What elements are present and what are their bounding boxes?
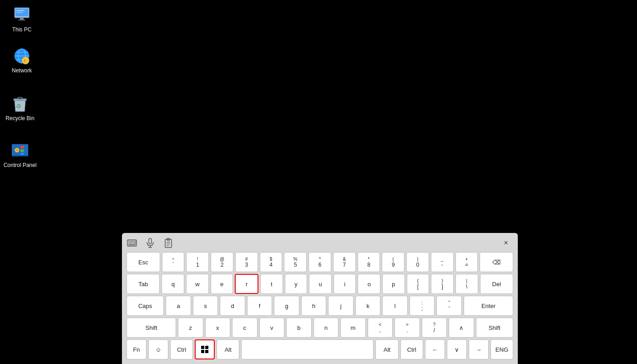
- control-panel-icon: [11, 142, 29, 160]
- key-shift-left[interactable]: Shift: [126, 318, 176, 338]
- keyboard-panel: × Esc ~` !1 @2 #3 $4 %5 ^6 &7 *8 (9 )0 _…: [122, 233, 518, 364]
- key-n[interactable]: n: [313, 318, 339, 338]
- network-label: Network: [12, 67, 32, 74]
- key-x[interactable]: x: [205, 318, 231, 338]
- key-7[interactable]: &7: [333, 252, 356, 272]
- key-eng[interactable]: ENG: [490, 339, 513, 359]
- keyboard-rows: Esc ~` !1 @2 #3 $4 %5 ^6 &7 *8 (9 )0 _- …: [126, 252, 513, 359]
- svg-rect-3: [18, 20, 25, 20]
- key-u[interactable]: u: [309, 274, 332, 294]
- key-e[interactable]: e: [211, 274, 233, 294]
- key-a[interactable]: a: [166, 296, 191, 316]
- keyboard-close-button[interactable]: ×: [500, 237, 512, 249]
- keyboard-header: ×: [126, 237, 513, 249]
- windows-logo-icon: [201, 346, 208, 353]
- key-win[interactable]: [195, 339, 215, 359]
- key-semicolon[interactable]: :;: [410, 296, 435, 316]
- key-b[interactable]: b: [286, 318, 312, 338]
- control-panel-label: Control Panel: [4, 162, 37, 168]
- svg-text:↑: ↑: [24, 58, 26, 63]
- key-m[interactable]: m: [340, 318, 366, 338]
- svg-rect-35: [128, 244, 136, 245]
- key-8[interactable]: *8: [358, 252, 380, 272]
- key-p[interactable]: p: [382, 274, 405, 294]
- key-j[interactable]: j: [328, 296, 354, 316]
- svg-rect-26: [130, 241, 131, 242]
- microphone-icon[interactable]: [145, 238, 156, 248]
- clipboard-icon[interactable]: [163, 238, 174, 248]
- key-v[interactable]: v: [259, 318, 285, 338]
- desktop-icon-recycle-bin[interactable]: ♻ Recycle Bin: [2, 93, 38, 123]
- svg-rect-25: [128, 241, 129, 242]
- keyboard-mode-icon[interactable]: [126, 238, 137, 248]
- key-slash[interactable]: ?/: [422, 318, 447, 338]
- svg-rect-21: [20, 149, 24, 152]
- key-enter[interactable]: Enter: [464, 296, 513, 316]
- key-space[interactable]: [241, 339, 374, 359]
- key-q[interactable]: q: [162, 274, 184, 294]
- key-caps[interactable]: Caps: [126, 296, 164, 316]
- key-backslash[interactable]: |\: [455, 274, 478, 294]
- key-alt-left[interactable]: Alt: [217, 339, 239, 359]
- desktop-icon-control-panel[interactable]: Control Panel: [2, 140, 38, 170]
- key-4[interactable]: $4: [260, 252, 283, 272]
- desktop-icon-network[interactable]: ↑ Network: [4, 46, 40, 76]
- svg-rect-34: [134, 243, 136, 243]
- svg-rect-2: [20, 18, 24, 20]
- key-y[interactable]: y: [285, 274, 308, 294]
- key-quote[interactable]: "': [436, 296, 462, 316]
- keyboard-row-4: Shift z x c v b n m <, >. ?/ ∧ Shift: [126, 318, 513, 338]
- svg-rect-36: [149, 238, 152, 244]
- keyboard-row-1: Esc ~` !1 @2 #3 $4 %5 ^6 &7 *8 (9 )0 _- …: [126, 252, 513, 272]
- key-w[interactable]: w: [186, 274, 209, 294]
- key-ctrl-left[interactable]: Ctrl: [170, 339, 193, 359]
- key-rbracket[interactable]: }]: [431, 274, 454, 294]
- key-d[interactable]: d: [220, 296, 245, 316]
- key-k[interactable]: k: [355, 296, 381, 316]
- key-ctrl-right[interactable]: Ctrl: [400, 339, 423, 359]
- key-2[interactable]: @2: [211, 252, 233, 272]
- key-backspace[interactable]: ⌫: [480, 252, 513, 272]
- key-left[interactable]: ←: [425, 339, 445, 359]
- key-fn[interactable]: Fn: [126, 339, 147, 359]
- key-i[interactable]: i: [334, 274, 356, 294]
- key-5[interactable]: %5: [284, 252, 307, 272]
- key-right[interactable]: →: [469, 339, 489, 359]
- key-s[interactable]: s: [193, 296, 218, 316]
- key-0[interactable]: )0: [406, 252, 429, 272]
- key-emoji[interactable]: ☺: [148, 339, 168, 359]
- key-esc[interactable]: Esc: [126, 252, 160, 272]
- key-c[interactable]: c: [232, 318, 258, 338]
- key-o[interactable]: o: [358, 274, 380, 294]
- key-r[interactable]: r: [235, 274, 258, 294]
- key-down[interactable]: ∨: [447, 339, 467, 359]
- key-del[interactable]: Del: [480, 274, 513, 294]
- key-z[interactable]: z: [178, 318, 203, 338]
- key-l[interactable]: l: [382, 296, 408, 316]
- key-shift-right[interactable]: Shift: [476, 318, 513, 338]
- key-comma[interactable]: <,: [368, 318, 393, 338]
- key-g[interactable]: g: [274, 296, 299, 316]
- keyboard-row-5: Fn ☺ Ctrl Alt Alt Ctrl ← ∨ → ENG: [126, 339, 513, 359]
- key-1[interactable]: !1: [186, 252, 209, 272]
- key-minus[interactable]: _-: [431, 252, 454, 272]
- key-alt-right[interactable]: Alt: [375, 339, 398, 359]
- desktop: This PC ↑ Network: [0, 0, 637, 241]
- desktop-icon-this-pc[interactable]: This PC: [4, 5, 40, 35]
- key-tab[interactable]: Tab: [126, 274, 160, 294]
- key-backtick[interactable]: ~`: [162, 252, 185, 272]
- key-equals[interactable]: +=: [455, 252, 478, 272]
- svg-rect-23: [13, 156, 27, 157]
- svg-rect-17: [12, 144, 28, 157]
- key-up[interactable]: ∧: [449, 318, 474, 338]
- keyboard-row-3: Caps a s d f g h j k l :; "' Enter: [126, 296, 513, 316]
- key-6[interactable]: ^6: [308, 252, 331, 272]
- key-h[interactable]: h: [301, 296, 327, 316]
- key-period[interactable]: >.: [394, 318, 420, 338]
- key-t[interactable]: t: [260, 274, 283, 294]
- key-f[interactable]: f: [247, 296, 273, 316]
- key-lbracket[interactable]: {[: [407, 274, 430, 294]
- key-9[interactable]: (9: [382, 252, 404, 272]
- key-3[interactable]: #3: [235, 252, 258, 272]
- svg-rect-20: [20, 146, 24, 149]
